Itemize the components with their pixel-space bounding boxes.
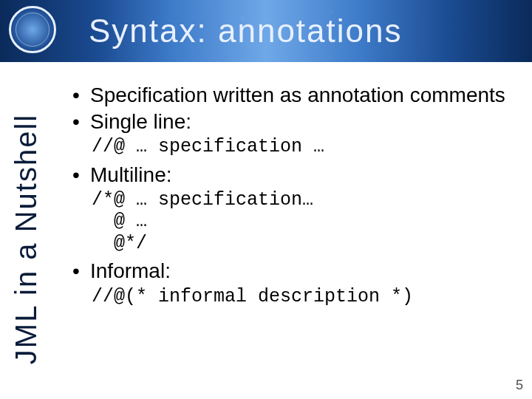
slide: Syntax: annotations JML in a Nutshell Sp… [0,0,532,399]
code-informal: //@(* informal description *) [92,286,514,308]
code-single-line: //@ … specification … [92,136,514,158]
title-band: Syntax: annotations [0,0,532,62]
bullet-spec-written: Specification written as annotation comm… [68,83,514,108]
code-multiline: /*@ … specification… @ … @*/ [92,189,514,255]
slide-content: Specification written as annotation comm… [68,83,514,377]
sidebar: JML in a Nutshell [10,87,43,390]
institution-seal-icon [9,6,56,53]
slide-title: Syntax: annotations [89,0,517,62]
page-number: 5 [516,378,523,393]
bullet-informal: Informal: [68,259,514,284]
sidebar-label: JML in a Nutshell [10,113,44,364]
bullet-multiline: Multiline: [68,163,514,188]
bullet-single-line: Single line: [68,109,514,134]
